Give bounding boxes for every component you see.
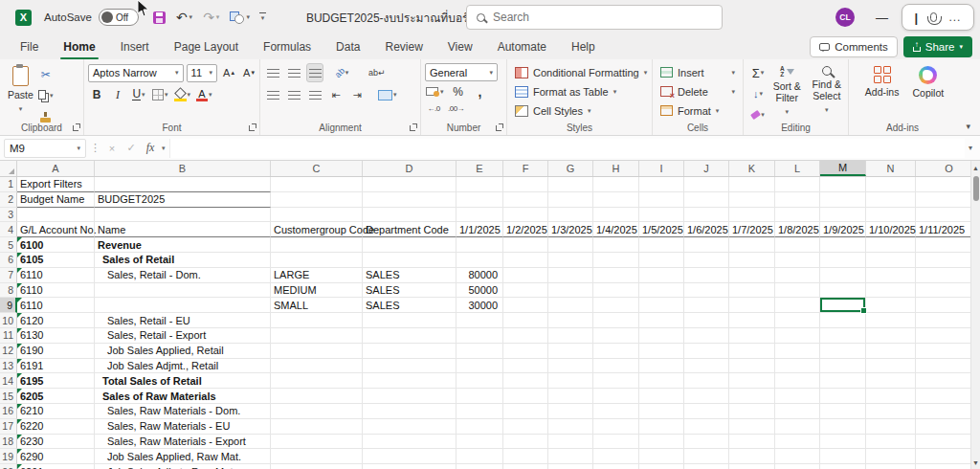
cell-L12[interactable] (775, 344, 820, 359)
cell-K16[interactable] (729, 404, 775, 419)
cell-C5[interactable] (271, 237, 363, 253)
cell-M1[interactable] (820, 177, 866, 192)
conditional-formatting-button[interactable]: Conditional Formatting▾ (515, 63, 650, 81)
cell-K7[interactable] (729, 268, 775, 283)
cell-C2[interactable] (271, 192, 363, 208)
cell-J18[interactable] (684, 435, 729, 450)
col-header-E[interactable]: E (457, 161, 503, 176)
tab-file[interactable]: File (8, 34, 51, 59)
cell-I12[interactable] (639, 344, 684, 359)
cell-B9[interactable] (95, 298, 271, 313)
cell-F13[interactable] (503, 359, 548, 374)
cell-E8[interactable]: 50000 (457, 283, 503, 299)
cell-C12[interactable] (271, 344, 363, 359)
cell-D5[interactable] (363, 237, 457, 253)
cell-D6[interactable] (363, 253, 457, 268)
cell-E16[interactable] (457, 404, 503, 419)
clipboard-dialog-launcher[interactable] (72, 123, 80, 132)
fill-color-button[interactable]: ▾ (173, 85, 192, 104)
col-header-G[interactable]: G (548, 161, 593, 176)
cell-L15[interactable] (775, 389, 820, 404)
cell-H5[interactable] (593, 237, 639, 253)
row-header-8[interactable]: 8 (0, 283, 17, 299)
cell-A8[interactable]: 6110 (17, 283, 95, 299)
clear-button[interactable]: ▾ (749, 105, 767, 124)
cell-D15[interactable] (363, 389, 457, 404)
expand-formula-bar-button[interactable]: ▾ (969, 144, 976, 152)
cell-K13[interactable] (729, 359, 775, 374)
cell-N8[interactable] (866, 283, 916, 299)
cell-J20[interactable] (684, 464, 729, 469)
cell-O12[interactable] (916, 344, 970, 359)
cell-I7[interactable] (639, 268, 684, 283)
cell-N5[interactable] (866, 237, 916, 253)
cell-G17[interactable] (548, 419, 593, 435)
row-header-12[interactable]: 12 (0, 344, 17, 359)
cell-J17[interactable] (684, 419, 729, 435)
cell-F14[interactable] (503, 373, 548, 389)
cell-M3[interactable] (820, 208, 866, 223)
col-header-B[interactable]: B (95, 161, 271, 176)
cell-B19[interactable]: Job Sales Applied, Raw Mat. (95, 449, 271, 464)
cell-C4[interactable]: Customergroup Code (271, 222, 363, 237)
cell-H13[interactable] (593, 359, 639, 374)
tab-data[interactable]: Data (323, 34, 372, 59)
cut-button[interactable]: ✂ (37, 65, 55, 84)
cell-E15[interactable] (457, 389, 503, 404)
cell-N14[interactable] (866, 373, 916, 389)
cell-H14[interactable] (593, 373, 639, 389)
row-header-20[interactable]: 20 (0, 464, 17, 469)
cell-C19[interactable] (271, 449, 363, 464)
col-header-I[interactable]: I (639, 161, 684, 176)
italic-button[interactable]: I (109, 85, 126, 104)
cell-A10[interactable]: 6120 (17, 313, 95, 328)
cell-F6[interactable] (503, 253, 548, 268)
scroll-up-arrow[interactable]: ▲ (972, 161, 979, 174)
cell-H2[interactable] (593, 192, 639, 208)
tab-formulas[interactable]: Formulas (251, 34, 323, 59)
cell-B10[interactable]: Sales, Retail - EU (95, 313, 271, 328)
cell-D3[interactable] (363, 208, 457, 223)
cell-M5[interactable] (820, 237, 866, 253)
undo-button[interactable]: ↶▾ (176, 11, 192, 24)
cell-J12[interactable] (684, 344, 729, 359)
cell-J6[interactable] (684, 253, 729, 268)
cell-C8[interactable]: MEDIUM (271, 283, 363, 299)
cell-I10[interactable] (639, 313, 684, 328)
cell-E17[interactable] (457, 419, 503, 435)
cell-D17[interactable] (363, 419, 457, 435)
cell-I2[interactable] (639, 192, 684, 208)
copy-button[interactable]: ▾ (37, 86, 55, 105)
increase-indent-button[interactable]: ⇥ (348, 85, 366, 104)
cell-L20[interactable] (775, 464, 820, 469)
cell-D12[interactable] (363, 344, 457, 359)
cell-L18[interactable] (775, 435, 820, 450)
cell-J8[interactable] (684, 283, 729, 299)
cell-G6[interactable] (548, 253, 593, 268)
cell-D7[interactable]: SALES (363, 268, 457, 283)
cell-D13[interactable] (363, 359, 457, 374)
cell-G13[interactable] (548, 359, 593, 374)
cell-J14[interactable] (684, 373, 729, 389)
cell-L16[interactable] (775, 404, 820, 419)
cell-N19[interactable] (866, 449, 916, 464)
tab-home[interactable]: Home (51, 34, 107, 59)
cell-F3[interactable] (503, 208, 548, 223)
cell-I16[interactable] (639, 404, 684, 419)
cancel-entry-button[interactable]: × (104, 143, 120, 154)
cell-L4[interactable]: 1/8/2025 (775, 222, 820, 237)
cell-G7[interactable] (548, 268, 593, 283)
row-header-16[interactable]: 16 (0, 404, 17, 419)
row-header-3[interactable]: 3 (0, 208, 17, 223)
name-box[interactable]: M9 ▾ (4, 139, 86, 158)
cell-J2[interactable] (684, 192, 729, 208)
cell-O16[interactable] (916, 404, 970, 419)
cell-O3[interactable] (916, 208, 970, 223)
cell-C13[interactable] (271, 359, 363, 374)
col-header-H[interactable]: H (593, 161, 639, 176)
cell-F5[interactable] (503, 237, 548, 253)
cell-F4[interactable]: 1/2/2025 (503, 222, 548, 237)
paste-button[interactable]: Paste ▾ (4, 63, 37, 118)
cell-K19[interactable] (729, 449, 775, 464)
microphone-icon[interactable] (930, 12, 937, 22)
